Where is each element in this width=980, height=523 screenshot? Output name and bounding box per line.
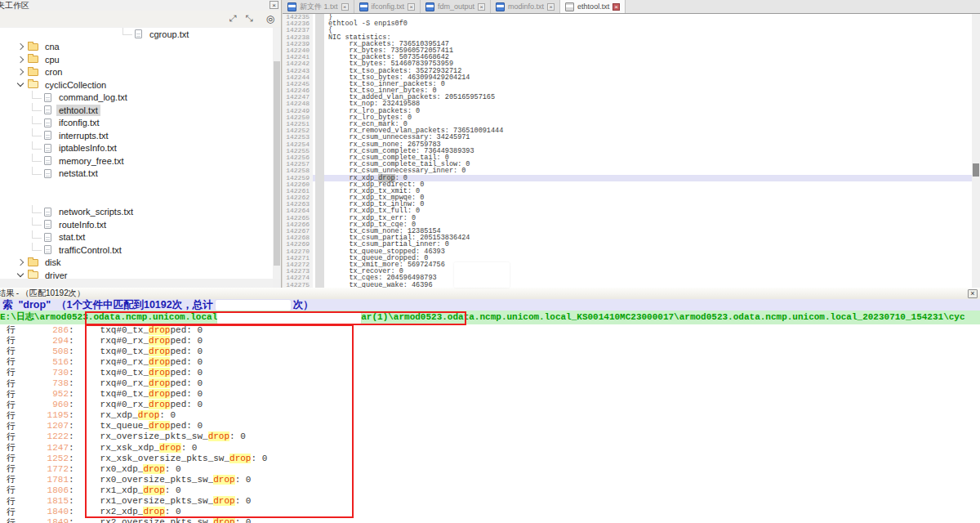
result-row[interactable]: 行508:txq#0_tx_dropped: 0 [0,346,980,356]
tree-row-memory-free-txt[interactable]: memory_free.txt [0,154,273,168]
result-row[interactable]: 行1840:rx2_xdp_drop: 0 [0,507,980,517]
tab-modinfo-txt[interactable]: modinfo.txt× [491,0,560,13]
tree-row-network-scripts-txt[interactable]: network_scripts.txt [0,206,273,219]
chevron-down-icon[interactable] [17,80,24,87]
workspace-close-button[interactable]: × [270,1,278,9]
editor-scrollbar-thumb[interactable] [973,163,979,177]
folder-icon [28,81,38,88]
tree-row-ifconfig-txt[interactable]: ifconfig.txt [0,117,273,130]
result-row[interactable]: 行516:rxq#0_rx_dropped: 0 [0,356,980,367]
result-row[interactable]: 行1222:rx_oversize_pkts_sw_drop: 0 [0,431,980,442]
editor-scrollbar[interactable] [972,14,980,288]
tree-item-label: disk [42,257,64,268]
tree-row-routeinfo-txt[interactable]: routeInfo.txt [0,218,273,231]
tree-connector [32,116,42,124]
tab-ifconfig-txt[interactable]: ifconfig.txt× [354,0,421,13]
code-line: rx_lro_bytes: 0 [328,114,972,121]
line-number: 142275 [283,282,310,288]
code-line: rx_xdp_drop: 0 [328,175,972,181]
colon: : [69,368,74,378]
tree-item-label: cgroup.txt [147,29,191,40]
result-row[interactable]: 行1849:rx2_oversize_pkts_sw_drop: 0 [0,517,980,523]
result-row[interactable]: 行1207:tx_queue_dropped: 0 [0,421,980,431]
file-icon [44,208,51,217]
locate-file-icon[interactable]: ◎ [265,13,276,25]
tree-row-iptablesinfo-txt[interactable]: iptablesInfo.txt [0,142,273,155]
result-row[interactable]: 行960:rxq#0_rx_dropped: 0 [0,400,980,410]
tree-row-stat-txt[interactable]: stat.txt [0,231,273,244]
result-line-number: 286 [18,325,69,335]
tab--1-txt[interactable]: 新文件 1.txt× [283,0,354,13]
tree-row-ethtool-txt[interactable]: ethtool.txt [0,104,273,117]
tree-item-label: ethtool.txt [56,105,100,116]
tree-row-driver[interactable]: driver [0,269,273,279]
tab-close-icon[interactable]: × [408,3,415,11]
tree-row-cna[interactable]: cna [0,41,273,54]
tree-row-command-log-txt[interactable]: command_log.txt [0,92,273,105]
chevron-right-icon[interactable] [17,43,24,50]
result-row[interactable]: 行1772:rx0_xdp_drop: 0 [0,463,980,474]
result-row[interactable]: 行1247:rx_xsk_xdp_drop: 0 [0,442,980,453]
result-file-path-after: ar(1)\armod0523.odata.ncmp.unicom.local_… [361,311,964,324]
collapse-all-icon[interactable]: ⤡ [243,13,255,25]
result-row[interactable]: 行1815:rx1_oversize_pkts_sw_drop: 0 [0,496,980,507]
chevron-right-icon[interactable] [17,69,24,75]
close-icon: × [272,2,276,9]
result-line-number: 1772 [18,464,69,474]
colon: : [69,346,74,356]
colon: : [69,325,74,335]
colon: : [69,389,74,399]
tree-item-label: cna [42,41,62,52]
result-row[interactable]: 行1806:rx1_xdp_drop: 0 [0,485,980,495]
result-row[interactable]: 行294:rxq#0_rx_dropped: 0 [0,335,980,346]
result-row[interactable]: 行286:txq#0_tx_dropped: 0 [0,324,980,335]
saved-file-icon [287,2,296,11]
tree-row-cron[interactable]: cron [0,66,273,79]
result-row[interactable]: 行730:txq#0_tx_dropped: 0 [0,367,980,378]
tree-item-label: routeInfo.txt [56,219,109,230]
result-file-path-line[interactable]: E:\日志\armod0523.odata.ncmp.unicom.local … [0,311,980,324]
result-text: rx1_oversize_pkts_sw_drop: 0 [100,496,252,506]
file-icon [44,169,51,178]
tree-horizontal-scrollbar[interactable] [0,279,273,288]
tab-close-icon[interactable]: × [547,3,555,11]
colon: : [69,517,74,523]
result-text: rx_xsk_xdp_drop: 0 [100,443,198,453]
tree-row-trafficcontrol-txt[interactable]: trafficControl.txt [0,244,273,257]
search-summary-line[interactable]: 索 "drop" （1个文件中匹配到10192次，总计 次） [0,299,980,311]
result-row[interactable]: 行1195:rx_xdp_drop: 0 [0,410,980,421]
code-area[interactable]: }ethtool -S enp1s0f0{NIC statistics: rx_… [328,14,972,288]
result-row[interactable]: 行1781:rx0_oversize_pkts_sw_drop: 0 [0,474,980,485]
tab-fdm-output[interactable]: fdm_output× [421,0,491,13]
tree-row-cpu[interactable]: cpu [0,53,273,66]
chevron-right-icon[interactable] [17,56,24,63]
tab-close-icon[interactable]: × [612,3,620,11]
fold-margin[interactable] [315,14,324,288]
result-row[interactable]: 行738:rxq#0_rx_dropped: 0 [0,378,980,388]
tab-ethtool-txt[interactable]: ethtool.txt× [560,0,626,13]
tree-scrollbar[interactable] [273,28,281,279]
tree-row-cycliccollection[interactable]: cyclicCollection [0,78,273,92]
code-line: rx_xdp_tx_mpwqe: 0 [328,194,972,201]
chevron-right-icon[interactable] [17,259,24,266]
tab-close-icon[interactable]: × [341,3,349,11]
tree-row-disk[interactable]: disk [0,257,273,270]
expand-all-icon[interactable]: ⤢ [227,13,238,25]
file-icon [135,29,142,38]
tab-label: ifconfig.txt [372,2,405,11]
tree-row-cgroup-txt[interactable]: cgroup.txt [0,28,273,41]
tab-close-icon[interactable]: × [478,3,485,11]
result-row[interactable]: 行952:txq#0_tx_dropped: 0 [0,389,980,400]
results-close-button[interactable]: × [968,289,978,298]
editor[interactable]: 1422351422361422371422381422391422401422… [283,14,980,288]
match-highlight: drop [149,346,170,356]
editor-redaction-overlay [454,262,510,288]
result-row[interactable]: 行1252:rx_xsk_oversize_pkts_sw_drop: 0 [0,453,980,463]
tree-row-netstat-txt[interactable]: netstat.txt [0,168,273,181]
chevron-down-icon[interactable] [17,270,24,277]
result-text: rx_xsk_oversize_pkts_sw_drop: 0 [100,454,268,463]
path-redaction [217,311,361,324]
tree-row-interrupts-txt[interactable]: interrupts.txt [0,129,273,142]
result-line-number: 1252 [18,454,69,463]
tree-scrollbar-thumb[interactable] [274,61,280,266]
